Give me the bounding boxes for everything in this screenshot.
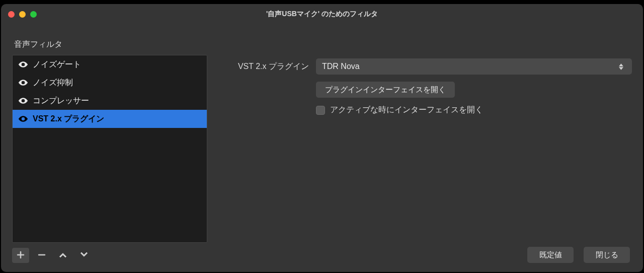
visibility-icon[interactable] [18,113,29,124]
auto-open-checkbox-row: アクティブな時にインターフェイスを開く [316,105,483,115]
filters-list[interactable]: ノイズゲート ノイズ抑制 コンプレッサー [12,55,207,243]
open-plugin-interface-button[interactable]: プラグインインターフェイスを開く [316,82,455,98]
plus-icon [16,250,26,261]
content-area: 音声フィルタ ノイズゲート ノイズ抑制 [1,24,643,272]
window-minimize-button[interactable] [19,11,26,18]
filters-heading: 音声フィルタ [12,24,207,55]
chevron-up-icon [58,250,68,261]
visibility-icon[interactable] [18,95,29,106]
move-filter-up-button[interactable] [54,248,71,263]
window-title: '自声USBマイク' のためのフィルタ [1,10,643,19]
plugin-select-value: TDR Nova [322,62,360,71]
footer-buttons: 既定値 閉じる [227,247,632,263]
filter-item-noise-suppression[interactable]: ノイズ抑制 [13,74,207,92]
visibility-icon[interactable] [18,59,29,70]
filter-item-label: VST 2.x プラグイン [33,114,104,124]
filter-item-label: コンプレッサー [33,96,89,106]
window-close-button[interactable] [8,11,15,18]
traffic-lights [8,11,37,18]
filter-item-label: ノイズ抑制 [33,78,73,88]
open-interface-row: _ プラグインインターフェイスを開く [227,82,632,98]
filters-sidebar: 音声フィルタ ノイズゲート ノイズ抑制 [12,24,207,263]
visibility-icon[interactable] [18,77,29,88]
move-filter-down-button[interactable] [75,248,93,263]
auto-open-checkbox[interactable] [316,106,325,115]
close-button[interactable]: 閉じる [584,247,630,263]
filters-list-toolbar [12,243,207,263]
add-filter-button[interactable] [12,248,29,263]
remove-filter-button[interactable] [33,248,50,263]
auto-open-checkbox-label: アクティブな時にインターフェイスを開く [330,105,483,115]
chevron-down-icon [79,250,89,261]
titlebar: '自声USBマイク' のためのフィルタ [1,4,643,24]
plugin-select[interactable]: TDR Nova [316,58,632,75]
filter-item-vst-plugin[interactable]: VST 2.x プラグイン [13,110,207,128]
window-maximize-button[interactable] [30,11,37,18]
minus-icon [37,250,47,261]
spacer [227,122,632,247]
filter-item-label: ノイズゲート [33,59,81,70]
plugin-type-label: VST 2.x プラグイン [227,61,309,72]
select-stepper-icon [616,63,626,70]
defaults-button[interactable]: 既定値 [527,247,574,263]
filter-detail-pane: VST 2.x プラグイン TDR Nova _ プラグインインターフェイスを開… [207,24,632,263]
filter-item-compressor[interactable]: コンプレッサー [13,92,207,110]
filter-item-noise-gate[interactable]: ノイズゲート [13,55,207,74]
auto-open-row: _ アクティブな時にインターフェイスを開く [227,105,632,115]
filters-window: '自声USBマイク' のためのフィルタ 音声フィルタ ノイズゲート ノイズ抑制 [1,4,643,272]
plugin-select-row: VST 2.x プラグイン TDR Nova [227,58,632,75]
